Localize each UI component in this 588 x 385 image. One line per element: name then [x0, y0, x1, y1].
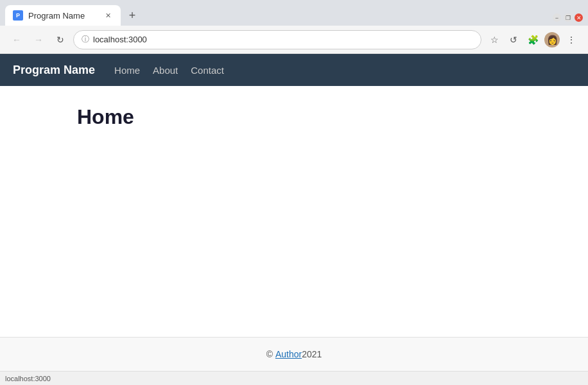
footer-year: 2021 [302, 349, 322, 359]
main-content: Home [0, 86, 588, 337]
footer-author-link[interactable]: Author [275, 349, 302, 359]
secure-icon: ⓘ [82, 34, 89, 45]
bookmark-button[interactable]: ☆ [485, 31, 503, 49]
nav-link-contact[interactable]: Contact [191, 62, 224, 78]
extensions-icon: 🧩 [528, 35, 539, 45]
window-controls: − ❐ ✕ [553, 13, 583, 22]
new-tab-button[interactable]: + [123, 6, 141, 24]
browser-nav-bar: ← → ↻ ⓘ localhost:3000 ☆ ↺ 🧩 👩 [0, 26, 588, 54]
menu-button[interactable]: ⋮ [562, 31, 580, 49]
app-navbar: Program Name Home About Contact [0, 54, 588, 86]
app-brand: Program Name [13, 64, 95, 77]
page-footer: © Author 2021 [0, 337, 588, 371]
nav-link-home[interactable]: Home [114, 62, 140, 78]
back-button[interactable]: ← [8, 31, 26, 49]
nav-link-about[interactable]: About [153, 62, 178, 78]
back-icon: ← [12, 35, 21, 45]
page-heading: Home [77, 105, 511, 129]
page-area: Program Name Home About Contact Home © A… [0, 54, 588, 371]
reload-live-button[interactable]: ↺ [505, 31, 523, 49]
browser-tab[interactable]: P Program Name ✕ [5, 5, 121, 26]
nav-right-icons: ☆ ↺ 🧩 👩 ⋮ [485, 31, 580, 49]
restore-button[interactable]: ❐ [564, 13, 572, 22]
minimize-button[interactable]: − [553, 13, 561, 22]
address-text: localhost:3000 [93, 35, 473, 44]
bookmark-icon: ☆ [490, 35, 499, 45]
tab-favicon: P [13, 10, 23, 21]
reload-icon: ↻ [56, 35, 64, 45]
tab-title: Program Name [28, 11, 98, 21]
browser-window: P Program Name ✕ + − ❐ ✕ ← → ↻ ⓘ localho… [0, 0, 588, 385]
status-bar: localhost:3000 [0, 371, 588, 385]
reload-button[interactable]: ↻ [51, 31, 69, 49]
menu-icon: ⋮ [567, 35, 576, 45]
close-button[interactable]: ✕ [575, 13, 583, 22]
extensions-button[interactable]: 🧩 [524, 31, 542, 49]
forward-button[interactable]: → [30, 31, 48, 49]
tab-close-button[interactable]: ✕ [103, 10, 113, 21]
avatar: 👩 [544, 32, 560, 47]
title-bar: P Program Name ✕ + − ❐ ✕ [0, 0, 588, 26]
status-text: localhost:3000 [5, 375, 51, 382]
forward-icon: → [34, 35, 43, 45]
footer-copyright: © [266, 349, 273, 359]
account-avatar-button[interactable]: 👩 [543, 31, 561, 49]
reload-live-icon: ↺ [510, 35, 517, 45]
address-bar[interactable]: ⓘ localhost:3000 [73, 30, 481, 49]
